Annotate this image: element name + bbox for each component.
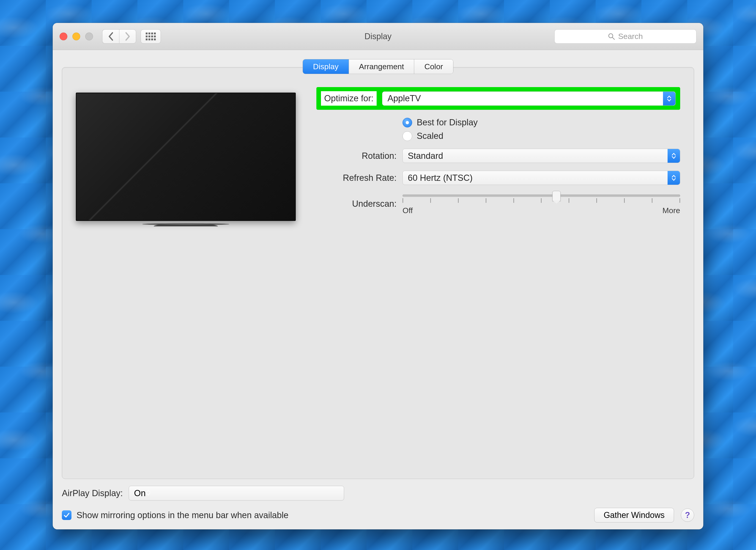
svg-rect-8	[146, 38, 148, 40]
window-body: Display Arrangement Color Optimize for: …	[53, 50, 703, 529]
svg-rect-5	[148, 35, 150, 37]
popup-stepper-icon	[146, 488, 151, 498]
airplay-label: AirPlay Display:	[62, 488, 123, 498]
titlebar: Display Search	[53, 23, 703, 50]
display-preview	[76, 86, 307, 470]
optimize-for-value: AppleTV	[387, 93, 421, 103]
mirroring-label: Show mirroring options in the menu bar w…	[77, 510, 288, 520]
window-controls	[60, 33, 93, 40]
resolution-best-radio[interactable]: Best for Display	[403, 117, 680, 127]
checkmark-icon	[63, 512, 70, 518]
content-panel: Optimize for: AppleTV Best for Display	[62, 67, 694, 479]
radio-icon	[403, 118, 412, 127]
minimize-icon[interactable]	[72, 33, 80, 40]
airplay-row: AirPlay Display: On	[62, 486, 694, 501]
refresh-rate-popup[interactable]: 60 Hertz (NTSC)	[403, 171, 680, 185]
airplay-value: On	[134, 488, 146, 498]
popup-stepper-icon	[668, 149, 680, 163]
optimize-for-highlight: Optimize for: AppleTV	[316, 87, 680, 110]
underscan-slider[interactable]: Off More	[403, 193, 680, 215]
resolution-scaled-label: Scaled	[417, 131, 443, 141]
underscan-label: Underscan:	[319, 199, 397, 209]
back-button[interactable]	[102, 29, 119, 44]
optimize-for-popup[interactable]: AppleTV	[382, 91, 676, 106]
svg-rect-6	[151, 35, 153, 37]
popup-stepper-icon	[668, 171, 680, 185]
svg-rect-11	[154, 38, 156, 40]
tab-color[interactable]: Color	[414, 59, 453, 74]
gather-windows-button[interactable]: Gather Windows	[594, 508, 674, 523]
refresh-rate-label: Refresh Rate:	[319, 173, 397, 183]
settings-column: Optimize for: AppleTV Best for Display	[319, 86, 680, 470]
svg-rect-4	[146, 35, 148, 37]
help-button[interactable]: ?	[681, 509, 694, 522]
airplay-display-popup[interactable]: On	[129, 486, 344, 501]
search-input[interactable]: Search	[554, 29, 696, 44]
monitor-icon	[76, 93, 296, 228]
svg-rect-2	[151, 33, 153, 34]
show-all-button[interactable]	[141, 29, 161, 44]
nav-buttons	[102, 29, 136, 44]
underscan-row: Underscan: Off More	[319, 193, 680, 215]
svg-rect-10	[151, 38, 153, 40]
svg-line-13	[612, 37, 614, 39]
footer: AirPlay Display: On Show mirroring optio…	[62, 486, 694, 523]
radio-icon	[403, 131, 412, 141]
chevron-left-icon	[108, 32, 114, 41]
zoom-icon	[85, 33, 93, 40]
svg-rect-3	[154, 33, 156, 34]
svg-rect-9	[148, 38, 150, 40]
chevron-right-icon	[125, 32, 131, 41]
tab-arrangement[interactable]: Arrangement	[349, 59, 414, 74]
rotation-label: Rotation:	[319, 151, 397, 161]
svg-rect-7	[154, 35, 156, 37]
optimize-for-label: Optimize for:	[321, 91, 377, 106]
rotation-row: Rotation: Standard	[319, 149, 680, 163]
forward-button[interactable]	[119, 29, 136, 44]
refresh-rate-row: Refresh Rate: 60 Hertz (NTSC)	[319, 171, 680, 185]
close-icon[interactable]	[60, 33, 67, 40]
rotation-value: Standard	[408, 151, 443, 161]
tab-control: Display Arrangement Color	[62, 59, 694, 74]
tab-display[interactable]: Display	[303, 59, 349, 74]
search-icon	[608, 33, 615, 40]
rotation-popup[interactable]: Standard	[403, 149, 680, 163]
svg-rect-0	[146, 33, 148, 34]
grid-icon	[146, 33, 156, 40]
svg-rect-1	[148, 33, 150, 34]
resolution-best-label: Best for Display	[417, 117, 478, 127]
resolution-radio-group: Best for Display Scaled	[403, 117, 680, 141]
underscan-min-label: Off	[403, 206, 413, 215]
resolution-scaled-radio[interactable]: Scaled	[403, 131, 680, 141]
search-placeholder: Search	[618, 32, 643, 41]
mirroring-checkbox[interactable]	[62, 510, 71, 520]
bottom-row: Show mirroring options in the menu bar w…	[62, 508, 694, 523]
refresh-rate-value: 60 Hertz (NTSC)	[408, 173, 473, 183]
help-icon: ?	[685, 510, 690, 520]
popup-stepper-icon	[663, 92, 675, 105]
underscan-max-label: More	[663, 206, 680, 215]
slider-thumb-icon[interactable]	[552, 191, 561, 201]
preferences-window: Display Search Display Arrangement Color	[53, 23, 703, 529]
